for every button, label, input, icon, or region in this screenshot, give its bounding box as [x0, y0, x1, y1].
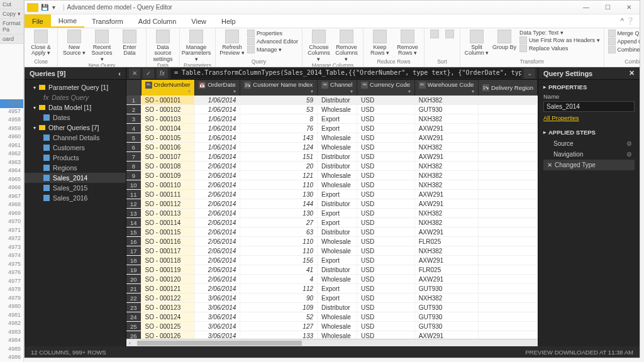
table-row[interactable]: 8SO - 0001082/06/201420DistributorUSDNXH… — [126, 162, 538, 171]
tab-help[interactable]: Help — [214, 14, 243, 28]
table-row[interactable]: 16SO - 0001162/06/2014110WholesaleUSDFLR… — [126, 237, 538, 246]
close-apply-button[interactable]: Close & Apply ▾ — [28, 30, 53, 57]
step-source[interactable]: Source⚙ — [543, 138, 635, 149]
table-row[interactable]: 7SO - 0001071/06/2014151DistributorUSDAX… — [126, 152, 538, 162]
minimize-button[interactable]: — — [575, 1, 597, 14]
split-column-button[interactable]: Split Column ▾ — [464, 30, 489, 57]
recent-sources-button[interactable]: Recent Sources ▾ — [89, 30, 114, 62]
table-row[interactable]: 2SO - 0001021/06/201453WholesaleUSDGUT93… — [126, 105, 538, 114]
table-row[interactable]: 13SO - 0001132/06/2014130ExportUSDNXH382 — [126, 209, 538, 218]
properties-button[interactable]: Properties — [247, 30, 298, 37]
tab-add-column[interactable]: Add Column — [131, 14, 184, 28]
table-row[interactable]: 17SO - 0001172/06/2014110WholesaleUSDNXH… — [126, 246, 538, 256]
properties-section-header[interactable]: PROPERTIES — [543, 84, 635, 90]
ribbon-help-icon[interactable]: ^ ❔ — [621, 14, 640, 28]
tab-file[interactable]: File — [25, 14, 51, 28]
save-icon[interactable]: 💾 — [41, 4, 48, 11]
choose-columns-button[interactable]: Choose Columns ▾ — [306, 30, 331, 62]
group-by-button[interactable]: Group By — [492, 30, 517, 50]
table-row[interactable]: 14SO - 0001142/06/201427ExportUSDNXH382 — [126, 218, 538, 228]
data-source-settings-button[interactable]: Data source settings — [150, 30, 175, 62]
table-row[interactable]: 24SO - 0001243/06/201452WholesaleUSDGUT9… — [126, 312, 538, 322]
table-row[interactable]: 26SO - 0001263/06/2014133WholesaleUSDAXW… — [126, 331, 538, 339]
query-sales-2014[interactable]: Sales_2014 — [25, 173, 126, 183]
table-row[interactable]: 18SO - 0001182/06/2014156ExportUSDAXW291 — [126, 256, 538, 265]
query-dates[interactable]: Dates — [25, 112, 126, 123]
query-regions[interactable]: Regions — [25, 163, 126, 173]
formula-fx-button[interactable]: fx — [157, 69, 168, 79]
query-name-input[interactable] — [543, 101, 635, 112]
query-sales-2015[interactable]: Sales_2015 — [25, 183, 126, 193]
table-row[interactable]: 3SO - 0001031/06/20148ExportUSDNXH382 — [126, 114, 538, 124]
advanced-editor-button[interactable]: Advanced Editor — [247, 38, 298, 45]
dropdown-icon[interactable]: ▾ — [52, 4, 55, 11]
all-properties-link[interactable]: All Properties — [543, 114, 635, 121]
col-ordernumber[interactable]: ᴬᵇOrderNumber▾ — [141, 80, 195, 96]
col-delivery-region[interactable]: 1²₃Delivery Region — [478, 80, 537, 96]
table-row[interactable]: 4SO - 0001041/06/201476ExportUSDAXW291 — [126, 124, 538, 133]
formula-expand-button[interactable]: ⌄ — [524, 69, 535, 79]
tab-view[interactable]: View — [184, 14, 214, 28]
merge-queries-button[interactable]: Merge Queries ▾ — [608, 30, 640, 37]
step-navigation[interactable]: Navigation⚙ — [543, 149, 635, 160]
close-settings-icon[interactable]: ✕ — [629, 69, 635, 77]
table-row[interactable]: 21SO - 0001212/06/2014112ExportUSDGUT930 — [126, 284, 538, 293]
table-row[interactable]: 11SO - 0001112/06/2014130ExportUSDAXW291 — [126, 190, 538, 199]
query-group-data-model[interactable]: ▾Data Model [1] — [25, 102, 126, 112]
query-sales-2016[interactable]: Sales_2016 — [25, 193, 126, 203]
tab-transform[interactable]: Transform — [84, 14, 131, 28]
data-grid[interactable]: ᴬᵇOrderNumber▾ 📅OrderDate▾ 1²₃Customer N… — [126, 80, 538, 339]
combine-files-button[interactable]: Combine Files — [608, 46, 640, 53]
step-changed-type[interactable]: ✕Changed Type — [543, 160, 635, 170]
table-row[interactable]: 1SO - 0001011/06/201459DistributorUSDNXH… — [126, 96, 538, 105]
append-queries-button[interactable]: Append Queries ▾ — [608, 38, 640, 45]
table-row[interactable]: 15SO - 0001152/06/201463DistributorUSDAX… — [126, 228, 538, 237]
table-row[interactable]: 20SO - 0001202/06/20144WholesaleUSDAXW29… — [126, 275, 538, 284]
maximize-button[interactable]: ☐ — [597, 1, 618, 14]
remove-rows-button[interactable]: Remove Rows ▾ — [395, 30, 420, 57]
table-row[interactable]: 22SO - 0001223/06/201490ExportUSDNXH382 — [126, 293, 538, 303]
data-type-button[interactable]: Data Type: Text ▾ — [519, 30, 600, 36]
table-row[interactable]: 10SO - 0001102/06/2014110WholesaleUSDNXH… — [126, 180, 538, 190]
query-group-other[interactable]: ▾Other Queries [7] — [25, 123, 126, 133]
col-channel[interactable]: ᴬᵇChannel▾ — [318, 80, 357, 96]
first-row-headers-button[interactable]: Use First Row as Headers ▾ — [519, 36, 600, 44]
close-button[interactable]: ✕ — [618, 1, 640, 14]
formula-accept-button[interactable]: ✓ — [143, 69, 154, 79]
gear-icon[interactable]: ⚙ — [626, 140, 632, 147]
refresh-preview-button[interactable]: Refresh Preview ▾ — [219, 30, 245, 57]
query-group-parameter[interactable]: ▾Parameter Query [1] — [25, 82, 126, 92]
table-row[interactable]: 9SO - 0001092/06/2014121WholesaleUSDNXH3… — [126, 171, 538, 180]
manage-parameters-button[interactable]: Manage Parameters ▾ — [184, 30, 209, 62]
query-dates-query[interactable]: fxDates Query — [25, 92, 126, 102]
col-currency[interactable]: ᴬᵇCurrency Code▾ — [357, 80, 415, 96]
keep-rows-button[interactable]: Keep Rows ▾ — [367, 30, 392, 57]
formula-cancel-button[interactable]: ✕ — [129, 69, 140, 79]
tab-home[interactable]: Home — [51, 14, 84, 28]
sort-asc-button[interactable] — [428, 30, 441, 38]
query-customers[interactable]: Customers — [25, 143, 126, 153]
manage-button[interactable]: Manage ▾ — [247, 46, 298, 53]
table-row[interactable]: 12SO - 0001122/06/2014144DistributorUSDA… — [126, 199, 538, 209]
col-customer-index[interactable]: 1²₃Customer Name Index▾ — [240, 80, 318, 96]
formula-input[interactable]: = Table.TransformColumnTypes(Sales_2014_… — [170, 69, 521, 79]
col-rownum[interactable] — [126, 80, 141, 96]
gear-icon[interactable]: ⚙ — [626, 151, 632, 158]
table-row[interactable]: 19SO - 0001192/06/201441DistributorUSDFL… — [126, 265, 538, 275]
query-products[interactable]: Products — [25, 153, 126, 163]
col-orderdate[interactable]: 📅OrderDate▾ — [195, 80, 240, 96]
collapse-queries-icon[interactable]: ‹ — [118, 70, 121, 77]
table-row[interactable]: 25SO - 0001253/06/2014127WholesaleUSDGUT… — [126, 322, 538, 331]
query-channel-details[interactable]: Channel Details — [25, 133, 126, 143]
sort-desc-button[interactable] — [443, 30, 456, 38]
table-row[interactable]: 6SO - 0001061/06/2014124WholesaleUSDNXH3… — [126, 143, 538, 152]
col-warehouse[interactable]: ᴬᵇWarehouse Code▾ — [414, 80, 478, 96]
table-row[interactable]: 5SO - 0001051/06/2014143WholesaleUSDAXW2… — [126, 133, 538, 143]
applied-steps-header[interactable]: APPLIED STEPS — [543, 129, 635, 136]
remove-columns-button[interactable]: Remove Columns ▾ — [334, 30, 359, 62]
table-row[interactable]: 23SO - 0001233/06/2014109DistributorUSDG… — [126, 303, 538, 312]
horizontal-scrollbar[interactable]: ‹ — [126, 339, 538, 346]
enter-data-button[interactable]: Enter Data — [117, 30, 142, 57]
new-source-button[interactable]: New Source ▾ — [62, 30, 87, 57]
replace-values-button[interactable]: Replace Values — [519, 45, 600, 52]
